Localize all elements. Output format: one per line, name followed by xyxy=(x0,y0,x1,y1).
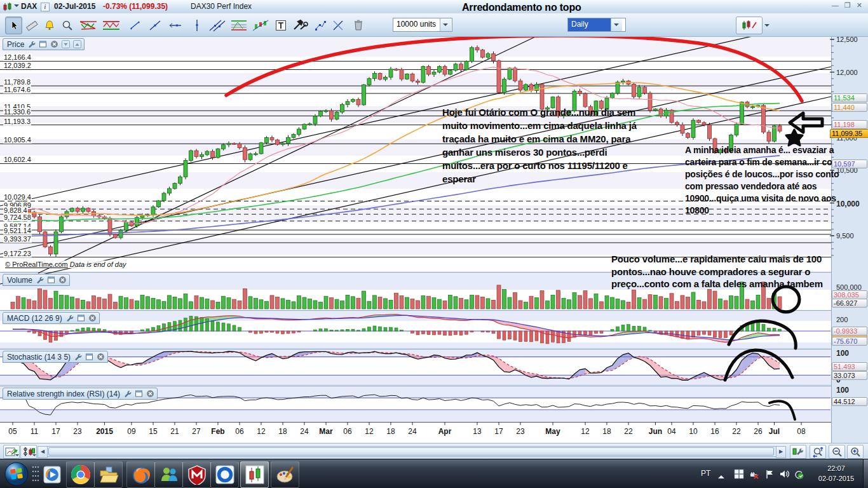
panel-close-icon[interactable] xyxy=(50,40,58,48)
time-axis-label: 06 xyxy=(338,427,357,436)
zoom-out-button[interactable] xyxy=(829,445,845,459)
browser-o-icon[interactable] xyxy=(210,461,239,488)
settings-wrench-icon[interactable] xyxy=(74,353,82,361)
candlestick-icon xyxy=(3,3,12,13)
annotation-note-3: Pouco volume...e rapidamente caiu mais d… xyxy=(611,253,836,290)
rsi-panel-title: Relative strength index (RSI) (14) xyxy=(7,390,120,398)
pointer-tool[interactable] xyxy=(5,17,22,34)
panel-window-icon[interactable] xyxy=(47,276,55,284)
time-axis-label: 06 xyxy=(230,427,249,436)
explorer-icon[interactable] xyxy=(94,461,123,488)
time-axis-label: 10 xyxy=(684,427,703,436)
time-axis-label: 12 xyxy=(252,427,271,436)
tools-settings-tool[interactable] xyxy=(290,17,310,34)
segment-tool[interactable] xyxy=(126,17,143,34)
scrollbar-thumb[interactable] xyxy=(48,447,774,456)
zoom-in-button[interactable] xyxy=(847,445,864,459)
tray-time: 22:07 xyxy=(827,464,845,472)
tray-sync-icon[interactable] xyxy=(794,469,804,479)
tray-action-center-flag-icon[interactable] xyxy=(764,469,775,479)
firefox-icon[interactable] xyxy=(126,461,155,488)
price-level-label: 12,039.2 xyxy=(3,62,32,69)
tray-clock[interactable]: 22:0702-07-2015 xyxy=(811,463,862,484)
time-axis-label: Apr xyxy=(435,427,454,436)
timeframe-value: Daily xyxy=(568,18,611,31)
trash-tool[interactable] xyxy=(349,17,367,34)
vertical-line-tool[interactable] xyxy=(188,17,205,34)
symbol-name[interactable]: DAX xyxy=(21,2,37,11)
price-badge: 11,534 xyxy=(832,93,867,102)
start-button[interactable] xyxy=(4,461,29,488)
symbol-dropdown-icon[interactable] xyxy=(14,4,19,10)
pattern-range-tool[interactable] xyxy=(100,17,122,34)
panel-window-icon[interactable] xyxy=(135,390,143,398)
show-desktop-button[interactable] xyxy=(863,459,868,488)
panel-close-icon[interactable] xyxy=(58,276,67,284)
panel-close-icon[interactable] xyxy=(146,390,154,398)
chrome-icon[interactable] xyxy=(66,461,95,488)
export-chart-button[interactable] xyxy=(3,445,20,459)
timeframe-dropdown[interactable]: Daily xyxy=(567,18,626,32)
time-axis-label: Jul xyxy=(765,427,784,436)
chevron-down-icon[interactable] xyxy=(611,18,622,31)
settings-wrench-icon[interactable] xyxy=(123,390,132,398)
text-tool[interactable] xyxy=(272,17,289,34)
mcafee-icon[interactable] xyxy=(182,461,211,488)
price-level-label: 11,193.3 xyxy=(3,118,31,125)
panel-close-icon[interactable] xyxy=(88,314,97,322)
windows-taskbar: PT 22:0702-07-2015 xyxy=(0,459,868,488)
tray-date: 02-07-2015 xyxy=(818,475,854,482)
tray-language[interactable]: PT xyxy=(701,469,710,478)
macd-panel-title: MACD (12 26 9) xyxy=(7,314,62,323)
scroll-right-button[interactable]: ▶ xyxy=(776,446,786,458)
pattern-triangle-tool[interactable] xyxy=(78,17,99,34)
chart-mode-button[interactable] xyxy=(20,445,37,459)
units-dropdown[interactable]: 10000 units xyxy=(393,18,452,32)
units-value: 10000 units xyxy=(393,18,440,31)
chart-style-dropdown-icon[interactable] xyxy=(762,17,772,34)
prorealtime-link[interactable]: © ProRealTime.com xyxy=(5,261,68,268)
tray-window-grid-icon[interactable] xyxy=(734,469,744,479)
trend-candles-tool[interactable] xyxy=(250,17,271,34)
alert-bell-tool[interactable] xyxy=(41,17,58,34)
restore-button[interactable]: ❐ xyxy=(844,1,853,9)
scatter-tool[interactable] xyxy=(311,17,329,34)
price-level-label: 11,330.6 xyxy=(3,108,31,116)
chevron-down-icon[interactable] xyxy=(440,18,451,31)
ruler-tool[interactable] xyxy=(23,17,40,34)
settings-wrench-icon[interactable] xyxy=(27,40,36,48)
cross-lines-tool[interactable] xyxy=(329,17,346,34)
horizontal-line-tool[interactable] xyxy=(166,17,184,34)
parallel-lines-tool[interactable] xyxy=(207,17,227,34)
move-panel-down-icon[interactable] xyxy=(62,40,70,48)
price-level-label: 10,029.4 xyxy=(3,193,32,201)
scroll-left-button[interactable]: ◀ xyxy=(37,446,48,458)
panel-window-icon[interactable] xyxy=(77,314,85,322)
tray-chevron-up-icon[interactable] xyxy=(718,472,724,478)
minimize-button[interactable]: — xyxy=(832,1,841,9)
panel-window-icon[interactable] xyxy=(85,353,93,361)
horizontal-scrollbar[interactable] xyxy=(47,446,776,457)
chart-settings-button[interactable] xyxy=(790,445,806,459)
tray-volume-icon[interactable] xyxy=(779,469,789,479)
zoom-fit-button[interactable] xyxy=(810,445,826,459)
prorealtime-icon[interactable] xyxy=(240,461,269,488)
line-tool[interactable] xyxy=(146,17,163,34)
settings-wrench-icon[interactable] xyxy=(36,276,44,284)
paint-icon[interactable] xyxy=(271,461,299,488)
price-level-label: 9,521.14 xyxy=(3,227,32,234)
settings-wrench-icon[interactable] xyxy=(65,314,74,322)
price-axis-tick: 9,500 xyxy=(836,232,854,240)
close-button[interactable]: ✕ xyxy=(857,1,864,9)
panel-window-icon[interactable] xyxy=(39,40,47,48)
info-icon[interactable]: i xyxy=(41,3,50,11)
price-level-label: 9,172.23 xyxy=(3,250,32,257)
chart-style-button[interactable] xyxy=(736,17,763,34)
messenger-icon[interactable] xyxy=(154,461,183,488)
tray-network-disconnected-icon[interactable] xyxy=(749,469,759,479)
media-player-icon[interactable] xyxy=(42,464,62,487)
move-panel-up-icon[interactable] xyxy=(73,40,81,48)
panel-close-icon[interactable] xyxy=(97,353,105,361)
fibonacci-tool[interactable] xyxy=(229,17,249,34)
zoom-tool[interactable] xyxy=(58,17,76,34)
